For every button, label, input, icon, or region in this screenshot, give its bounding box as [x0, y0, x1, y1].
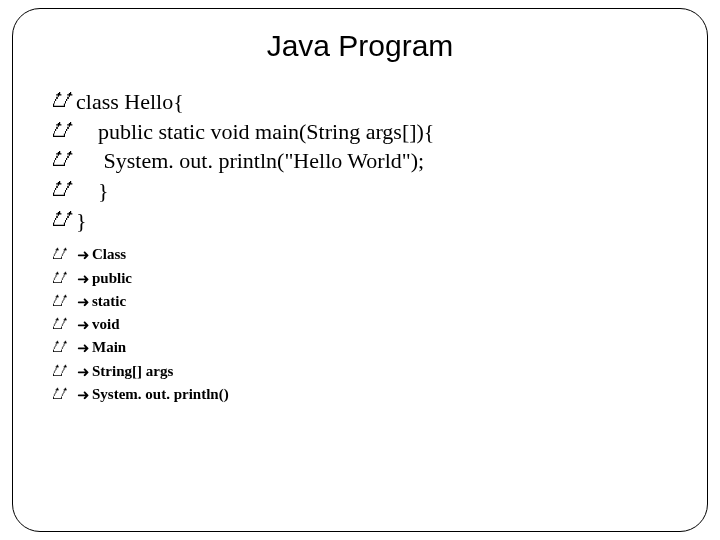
term-text: Class [92, 243, 126, 266]
term-item: ⌰ ➜ Main [53, 336, 671, 359]
code-text: } [76, 206, 87, 236]
bullet-icon: ⌰ [53, 336, 67, 358]
bullet-icon: ⌰ [53, 313, 67, 335]
slide-title: Java Program [49, 29, 671, 63]
bullet-icon: ⌰ [53, 360, 67, 382]
bullet-icon: ⌰ [53, 117, 72, 146]
bullet-icon: ⌰ [53, 383, 67, 405]
term-item: ⌰ ➜ static [53, 290, 671, 313]
term-text: void [92, 313, 120, 336]
term-text: Main [92, 336, 126, 359]
term-text: public [92, 267, 132, 290]
term-item: ⌰ ➜ void [53, 313, 671, 336]
bullet-icon: ⌰ [53, 176, 72, 205]
term-item: ⌰ ➜ System. out. println() [53, 383, 671, 406]
code-text: System. out. println("Hello World"); [76, 146, 424, 176]
term-item: ⌰ ➜ public [53, 267, 671, 290]
code-line: ⌰ } [53, 206, 671, 236]
code-text: } [76, 176, 109, 206]
arrow-icon: ➜ [77, 290, 90, 313]
code-text: class Hello{ [76, 87, 184, 117]
term-item: ⌰ ➜ Class [53, 243, 671, 266]
arrow-icon: ➜ [77, 243, 90, 266]
arrow-icon: ➜ [77, 336, 90, 359]
code-line: ⌰ } [53, 176, 671, 206]
code-line: ⌰ System. out. println("Hello World"); [53, 146, 671, 176]
arrow-icon: ➜ [77, 267, 90, 290]
code-line: ⌰ public static void main(String args[])… [53, 117, 671, 147]
arrow-icon: ➜ [77, 383, 90, 406]
code-list: ⌰ class Hello{ ⌰ public static void main… [49, 87, 671, 235]
bullet-icon: ⌰ [53, 267, 67, 289]
arrow-icon: ➜ [77, 313, 90, 336]
code-line: ⌰ class Hello{ [53, 87, 671, 117]
bullet-icon: ⌰ [53, 206, 72, 235]
term-text: System. out. println() [92, 383, 229, 406]
term-list: ⌰ ➜ Class ⌰ ➜ public ⌰ ➜ static ⌰ ➜ void… [49, 243, 671, 406]
bullet-icon: ⌰ [53, 243, 67, 265]
code-text: public static void main(String args[]){ [76, 117, 434, 147]
term-item: ⌰ ➜ String[] args [53, 360, 671, 383]
term-text: static [92, 290, 126, 313]
arrow-icon: ➜ [77, 360, 90, 383]
bullet-icon: ⌰ [53, 146, 72, 175]
slide-frame: Java Program ⌰ class Hello{ ⌰ public sta… [12, 8, 708, 532]
term-text: String[] args [92, 360, 173, 383]
bullet-icon: ⌰ [53, 290, 67, 312]
bullet-icon: ⌰ [53, 87, 72, 116]
